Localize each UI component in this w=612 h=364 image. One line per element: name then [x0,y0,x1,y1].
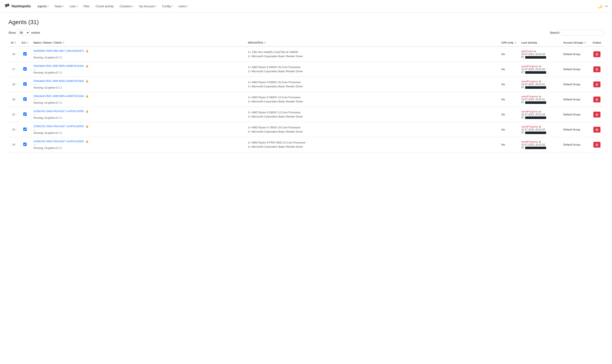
agent-link[interactable]: 93bcbbef-0501-408f-9005-ed3867615dcb [34,64,84,67]
agent-sub: --- [34,143,243,146]
dropdown-caret: ▾ [187,5,188,7]
activity-ip: IP: [521,71,558,74]
agent-active-checkbox[interactable] [23,128,27,131]
delete-agent-button[interactable]: 🗑 [593,51,600,57]
activity-date: 10.07.2024, 20:01:02 [521,128,558,131]
col-header-cpu-only[interactable]: CPU only⇅ [499,39,519,47]
activity-link[interactable]: sendProgress [521,95,538,98]
col-header-act[interactable]: Act⇅ [19,39,31,47]
agent-name-cell: d106c431-54b3-4f1d-bd17-1e4f7bc1b563 🔒 -… [31,107,245,122]
agent-name-cell: d106c431-54b3-4f1d-bd17-1e4f7bc1b563 🔒 -… [31,122,245,137]
agent-action-cell: 🗑 [590,77,604,92]
activity-ip: IP: [521,131,558,134]
activity-ip: IP: [521,101,558,104]
search-area: Search: [550,30,604,36]
nav-item-users[interactable]: Users▾ [176,3,190,10]
nav-item-my-account[interactable]: My Account▾ [137,3,159,10]
data-table: Id⇅Act⇅Name / Owner / Client⇅GPUs/CPUs⇅C… [8,39,604,152]
nav-label: Users [178,5,186,8]
agent-access-group-cell: Default Group [561,47,590,62]
agent-sub: --- [34,128,243,131]
activity-at: at [539,125,541,128]
nav-item-chunk-activity[interactable]: Chunk activity [93,3,116,10]
delete-agent-button[interactable]: 🗑 [593,112,600,117]
delete-agent-button[interactable]: 🗑 [593,81,600,87]
nav-item-files[interactable]: Files [81,3,92,10]
activity-link[interactable]: sendProgress [521,65,538,68]
agent-name-cell: 93bcbbef-0501-408f-9005-ed3867615dcb 🔒 -… [31,62,245,77]
nav-label: Lists [70,5,76,8]
gpu-line: 1× AMD Ryzen 9 7950X 16-Core Processor [248,125,496,130]
activity-link[interactable]: sendProgress [521,125,538,128]
nav-item-lists[interactable]: Lists▾ [67,3,80,10]
activity-at: at [539,80,541,83]
col-header-last-activity: Last activity [519,39,561,47]
agent-id: 19 [8,92,19,107]
nav-item-agents[interactable]: Agents▾ [35,3,51,10]
col-header-gpus-cpus[interactable]: GPUs/CPUs⇅ [245,39,499,47]
agent-active-checkbox[interactable] [23,113,27,116]
gpu-line: 1× 13th Gen Intel(R) Core(TM) i9-13900K [248,50,496,54]
nav-item-tasks[interactable]: Tasks▾ [52,3,66,10]
gpu-line: 1× Microsoft Corporation Basic Render Dr… [248,69,496,74]
gpu-line: 1× Microsoft Corporation Basic Render Dr… [248,115,496,119]
col-header-id[interactable]: Id⇅ [8,39,19,47]
activity-link[interactable]: sendProgress [521,80,538,83]
show-entries-select[interactable]: 102550100 [17,30,29,36]
nav-item-config[interactable]: Config▾ [160,3,175,10]
page-title: Agents (31) [8,19,604,26]
col-label: GPUs/CPUs [248,41,264,44]
agent-running: Running: s3-python-0.7.2 [34,131,243,134]
show-entries: Show 102550100 entries [8,30,40,36]
nav-item-crackers[interactable]: Crackers▾ [117,3,136,10]
agent-running: Running: s3-python-0.7.2 [34,56,243,59]
agent-link[interactable]: 93bcbbef-0501-408f-9005-ed3867615dcb [34,79,84,82]
col-header-access-groups[interactable]: Access Groups⇅ [561,39,590,47]
agent-id: 23 [8,122,19,137]
agent-link[interactable]: d106c431-54b3-4f1d-bd17-1e4f7bc1b563 [34,110,84,113]
lock-icon: 🔒 [85,140,89,143]
agent-link[interactable]: d106c431-54b3-4f1d-bd17-1e4f7bc1b563 [34,140,84,143]
activity-at: at [539,140,541,143]
agent-active-checkbox[interactable] [23,67,27,71]
agent-link[interactable]: 93bcbbef-0501-408f-9005-ed3867615dcb [34,94,84,98]
agent-cpu-only-cell: No [499,107,519,122]
col-label: Name / Owner / Client [34,41,62,44]
ip-redacted [525,101,546,104]
agent-active-cell [19,47,31,62]
agent-active-cell [19,77,31,92]
activity-date: 10.07.2024, 20:01:01 [521,83,558,86]
brand-logo[interactable]: 🏴 Hashtopolis [4,4,31,9]
delete-agent-button[interactable]: 🗑 [593,97,600,103]
agent-last-activity-cell: sendProgress at 10.07.2024, 20:01:01 IP: [519,92,561,107]
delete-agent-button[interactable]: 🗑 [593,142,600,148]
nav-label: Chunk activity [96,5,114,8]
activity-link[interactable]: sendProgress [521,140,538,143]
delete-agent-button[interactable]: 🗑 [593,66,600,72]
logout-icon[interactable]: ↪ [605,4,608,9]
col-header-name-owner-client[interactable]: Name / Owner / Client⇅ [31,39,245,47]
agent-active-checkbox[interactable] [23,97,27,101]
agent-active-checkbox[interactable] [23,143,27,146]
agent-running: Running: s3-python-0.7.2 [34,86,243,89]
gpu-line: 1× AMD Ryzen 9 PRO 3900 12-Core Processo… [248,141,496,145]
delete-agent-button[interactable]: 🗑 [593,127,600,132]
col-label: Id [11,41,14,44]
agent-active-checkbox[interactable] [23,52,27,55]
agent-cpu-only-cell: No [499,47,519,62]
agent-active-checkbox[interactable] [23,82,27,86]
dropdown-caret: ▾ [47,5,48,7]
search-input[interactable] [562,30,604,36]
agent-link[interactable]: d106c431-54b3-4f1d-bd17-1e4f7bc1b563 [34,125,84,128]
agent-gpus-cell: 1× AMD Ryzen 9 PRO 3900 12-Core Processo… [245,137,499,152]
col-label: CPU only [501,41,514,44]
activity-link[interactable]: getChunk [521,50,533,53]
activity-link[interactable]: sendProgress [521,110,538,113]
table-row: 16 9e9f099d-7b08-4f8b-a857-156c01663d71 … [8,47,604,62]
agent-gpus-cell: 1× AMD Ryzen 9 7950X 16-Core Processor2×… [245,122,499,137]
nav-items: Agents▾Tasks▾Lists▾FilesChunk activityCr… [35,3,598,10]
nav-label: Files [83,5,90,8]
dark-mode-icon[interactable]: 🌙 [598,4,602,9]
agent-link[interactable]: 9e9f099d-7b08-4f8b-a857-156c01663d71 [34,49,84,52]
agent-active-cell [19,137,31,152]
